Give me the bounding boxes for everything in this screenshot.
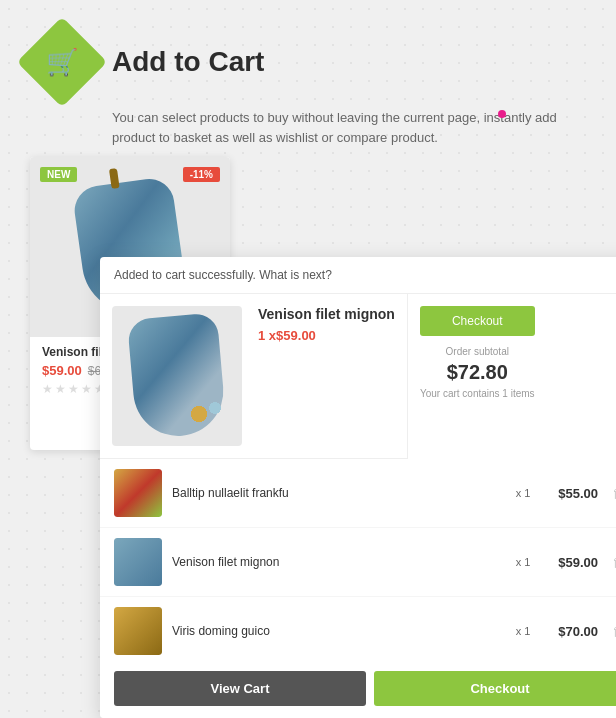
checkout-button-top[interactable]: Checkout xyxy=(420,306,535,336)
qty-label: 1 x xyxy=(258,328,276,343)
cart-item-row: Balltip nullaelit frankfu x 1 $55.00 🗑 xyxy=(100,459,616,528)
add-to-cart-popup: Added to cart successfully. What is next… xyxy=(100,257,616,718)
cart-popup-footer: View Cart Checkout xyxy=(100,659,616,718)
cart-item-qty-1: x 1 xyxy=(513,487,533,499)
view-cart-button[interactable]: View Cart xyxy=(114,671,366,706)
cart-items-list: Balltip nullaelit frankfu x 1 $55.00 🗑 V… xyxy=(100,459,616,659)
cart-item-row: Viris doming guico x 1 $70.00 🗑 xyxy=(100,597,616,659)
cart-item-price-2: $59.00 xyxy=(543,555,598,570)
cart-item-price-1: $55.00 xyxy=(543,486,598,501)
cart-item-delete-3[interactable]: 🗑 xyxy=(612,623,616,639)
page-header: 🛒 Add to Cart xyxy=(30,30,586,94)
cart-item-delete-1[interactable]: 🗑 xyxy=(612,485,616,501)
cart-item-thumb-3 xyxy=(114,607,162,655)
added-product-name: Venison filet mignon xyxy=(258,306,395,322)
cart-item-thumb-2 xyxy=(114,538,162,586)
popup-right-panel: Checkout Order subtotal $72.80 Your cart… xyxy=(407,294,547,459)
order-subtotal-price: $72.80 xyxy=(447,361,508,384)
page-title: Add to Cart xyxy=(112,46,264,78)
popup-body-wrapper: Venison filet mignon 1 x$59.00 Checkout … xyxy=(100,294,616,459)
added-product-price: $59.00 xyxy=(276,328,316,343)
popup-header-text: Added to cart successfully. What is next… xyxy=(114,268,332,282)
main-content-area: NEW -11% Venison file $59.00 $66 ★ ★ ★ ★… xyxy=(30,157,586,718)
popup-header: Added to cart successfully. What is next… xyxy=(100,257,616,294)
scarf2-flowers xyxy=(187,396,227,426)
cart-item-thumb-1 xyxy=(114,469,162,517)
page-description: You can select products to buy without l… xyxy=(112,108,586,147)
cart-item-price-3: $70.00 xyxy=(543,624,598,639)
cart-item-name-1: Balltip nullaelit frankfu xyxy=(172,486,503,500)
order-subtotal-label: Order subtotal xyxy=(446,346,509,357)
cart-item-name-2: Venison filet mignon xyxy=(172,555,503,569)
checkout-button-bottom[interactable]: Checkout xyxy=(374,671,616,706)
header-title-block: Add to Cart xyxy=(112,46,264,78)
added-product-image xyxy=(112,306,242,446)
cart-diamond-icon: 🛒 xyxy=(17,17,108,108)
added-product-qty: 1 x$59.00 xyxy=(258,328,395,343)
cart-icon: 🛒 xyxy=(46,47,78,78)
cart-items-count: Your cart contains 1 items xyxy=(420,388,535,399)
cart-item-name-3: Viris doming guico xyxy=(172,624,503,638)
price-new: $59.00 xyxy=(42,363,82,378)
pink-dot-decoration xyxy=(498,110,506,118)
cart-item-delete-2[interactable]: 🗑 xyxy=(612,554,616,570)
added-product-details: Venison filet mignon 1 x$59.00 xyxy=(258,306,395,446)
cart-item-qty-2: x 1 xyxy=(513,556,533,568)
thumb-rainbow xyxy=(114,469,162,517)
cart-item-row: Venison filet mignon x 1 $59.00 🗑 xyxy=(100,528,616,597)
thumb-scarf xyxy=(114,538,162,586)
cart-item-qty-3: x 1 xyxy=(513,625,533,637)
thumb-boots xyxy=(114,607,162,655)
popup-body: Venison filet mignon 1 x$59.00 xyxy=(100,294,407,459)
